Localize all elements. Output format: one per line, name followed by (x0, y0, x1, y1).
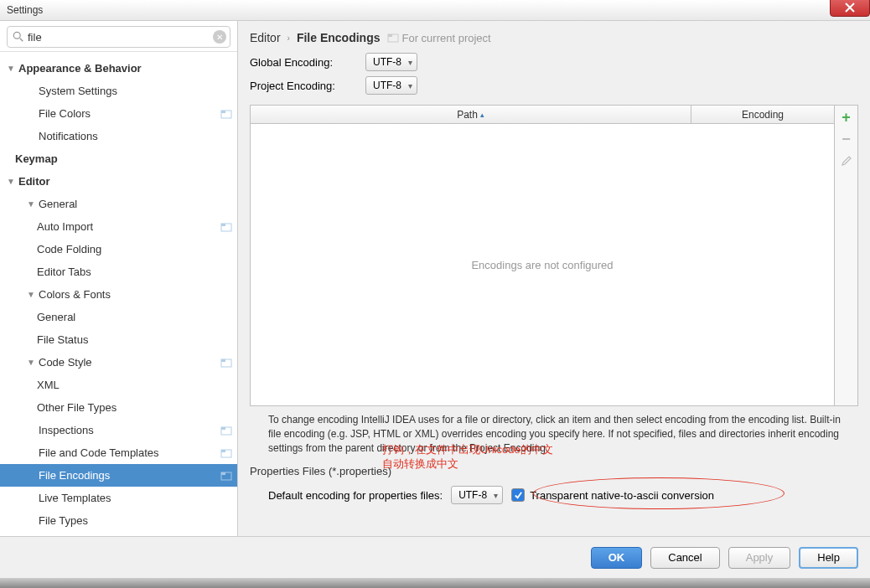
chevron-down-icon: ▼ (25, 358, 37, 367)
svg-line-1 (20, 39, 23, 42)
titlebar: Settings (0, 0, 870, 21)
tree-colors-fonts[interactable]: ▼Colors & Fonts (0, 283, 237, 306)
transparent-checkbox[interactable] (511, 488, 525, 502)
tree-file-encodings[interactable]: File Encodings (0, 464, 237, 487)
tree-system-settings[interactable]: System Settings (0, 80, 237, 102)
help-button[interactable]: Help (799, 547, 858, 569)
tree-general[interactable]: ▼General (0, 193, 237, 215)
project-scope-note: For current project (387, 32, 491, 44)
main-panel: Editor › File Encodings For current proj… (238, 21, 870, 536)
chevron-down-icon: ▼ (5, 64, 17, 73)
close-icon (845, 3, 855, 13)
sidebar: ✕ ▼Appearance & Behavior System Settings… (0, 21, 238, 536)
add-button[interactable]: + (838, 109, 855, 126)
project-icon (220, 108, 232, 120)
project-icon (220, 447, 232, 459)
tree-editor[interactable]: ▼Editor (0, 170, 237, 193)
properties-section: Properties Files (*.properties) Default … (250, 463, 858, 504)
tree-inspections[interactable]: Inspections (0, 419, 237, 441)
chevron-right-icon: › (287, 34, 290, 43)
tree-file-types[interactable]: File Types (0, 509, 237, 532)
search-icon (13, 31, 24, 43)
tree-file-colors[interactable]: File Colors (0, 102, 237, 125)
ok-button[interactable]: OK (591, 547, 643, 569)
transparent-checkbox-wrap[interactable]: Transparent native-to-ascii conversion (511, 488, 714, 502)
clear-search-button[interactable]: ✕ (213, 30, 226, 44)
tree-xml[interactable]: XML (0, 374, 237, 396)
footnote-text: To change encoding IntelliJ IDEA uses fo… (250, 406, 858, 463)
tree-file-code-templates[interactable]: File and Code Templates (0, 441, 237, 464)
tree-auto-import[interactable]: Auto Import (0, 215, 237, 238)
svg-point-0 (13, 32, 20, 39)
edit-button (838, 152, 855, 169)
encodings-table: Path Encoding Encodings are not configur… (250, 105, 858, 406)
button-bar: OK Cancel Apply Help (0, 536, 870, 578)
tree-notifications[interactable]: Notifications (0, 125, 237, 147)
tree-file-status[interactable]: File Status (0, 328, 237, 351)
project-icon (387, 32, 399, 44)
cancel-button[interactable]: Cancel (650, 547, 719, 569)
tree-keymap[interactable]: Keymap (0, 147, 237, 170)
svg-rect-3 (221, 111, 225, 113)
apply-button: Apply (728, 547, 791, 569)
global-encoding-label: Global Encoding: (250, 56, 357, 69)
project-icon (220, 357, 232, 369)
default-props-encoding-combo[interactable]: UTF-8 (451, 486, 503, 504)
close-button[interactable] (830, 0, 870, 17)
breadcrumb: Editor › File Encodings For current proj… (250, 29, 858, 53)
col-path[interactable]: Path (251, 106, 691, 123)
chevron-down-icon: ▼ (5, 177, 17, 186)
tree-code-folding[interactable]: Code Folding (0, 238, 237, 260)
chevron-down-icon: ▼ (25, 199, 37, 209)
col-encoding[interactable]: Encoding (691, 106, 834, 123)
project-icon (220, 425, 232, 436)
tree-editor-tabs[interactable]: Editor Tabs (0, 260, 237, 283)
search-box[interactable]: ✕ (7, 26, 230, 48)
project-icon (220, 221, 232, 233)
settings-tree: ▼Appearance & Behavior System Settings F… (0, 52, 237, 536)
crumb-editor[interactable]: Editor (250, 31, 281, 44)
table-toolbar: + − (834, 106, 857, 405)
window-title: Settings (7, 4, 43, 16)
pencil-icon (841, 155, 852, 167)
svg-rect-5 (221, 224, 225, 226)
tree-code-style[interactable]: ▼Code Style (0, 351, 237, 374)
tree-live-templates[interactable]: Live Templates (0, 487, 237, 509)
chevron-down-icon: ▼ (25, 290, 37, 299)
svg-rect-9 (221, 427, 225, 430)
transparent-label: Transparent native-to-ascii conversion (530, 489, 714, 502)
project-encoding-label: Project Encoding: (250, 80, 357, 92)
tree-other-file-types[interactable]: Other File Types (0, 396, 237, 419)
remove-button: − (838, 131, 855, 147)
properties-section-title: Properties Files (*.properties) (250, 465, 858, 477)
check-icon (514, 491, 523, 500)
project-icon (220, 470, 232, 482)
default-props-encoding-label: Default encoding for properties files: (268, 489, 443, 502)
crumb-file-encodings: File Encodings (297, 31, 381, 44)
global-encoding-combo[interactable]: UTF-8 (365, 53, 417, 71)
tree-cf-general[interactable]: General (0, 306, 237, 328)
svg-rect-7 (221, 359, 225, 362)
svg-rect-15 (388, 34, 392, 37)
annotation-text: 打钩，在文件中出现Unicode的中文 自动转换成中文 (382, 443, 553, 472)
bottom-shadow (0, 578, 870, 588)
svg-rect-11 (221, 450, 225, 452)
tree-appearance-behavior[interactable]: ▼Appearance & Behavior (0, 57, 237, 80)
svg-rect-13 (221, 472, 225, 475)
project-encoding-combo[interactable]: UTF-8 (365, 76, 417, 95)
search-input[interactable] (28, 31, 213, 44)
table-empty-message: Encodings are not configured (251, 124, 834, 405)
